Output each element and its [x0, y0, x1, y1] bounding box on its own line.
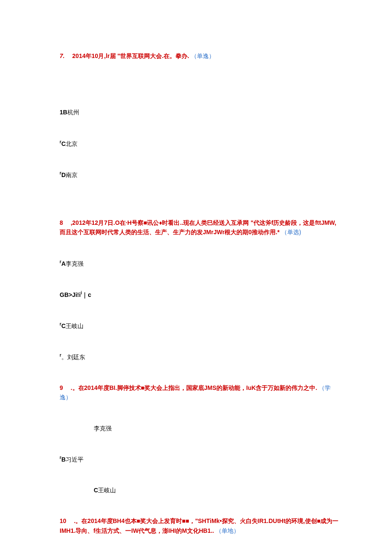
opt-text: 王岐山: [66, 322, 84, 329]
opt-label: D: [61, 171, 66, 178]
q8-option-c[interactable]: rC王岐山: [60, 321, 341, 331]
q8-option-b[interactable]: GB>Ji!ii｜c: [60, 290, 341, 299]
q7-text: 2014年10月,lr届 "世界互联网大会.在。拳办.: [72, 52, 189, 59]
opt-label: A: [61, 260, 66, 267]
q7-option-d[interactable]: rD南京: [60, 170, 341, 180]
q8-option-a[interactable]: rA李克强: [60, 259, 341, 268]
q7-type: （单逸）: [191, 52, 215, 59]
opt-text: 杭州: [67, 109, 79, 116]
q9-number: 9: [60, 384, 63, 391]
q9-option-c[interactable]: C王岐山: [94, 485, 341, 495]
opt-label: C: [61, 140, 66, 147]
opt-rest: ｜c: [82, 291, 91, 298]
q9-option-b[interactable]: rB习近平: [60, 454, 341, 464]
opt-text: 北京: [66, 140, 78, 147]
opt-text: 南京: [66, 171, 78, 178]
opt-label: GB>Ji!i: [60, 291, 81, 298]
q9-option-a[interactable]: 李克强: [94, 424, 341, 433]
q7-number: 7.: [60, 52, 65, 59]
question-9: 9 .。在2014年度BI.脚停技术■奖大会上指出，国家底JMS的新动能，IuK…: [60, 383, 341, 495]
opt-text: 李克强: [66, 260, 84, 267]
q9-stem: 9 .。在2014年度BI.脚停技术■奖大会上指出，国家底JMS的新动能，IuK…: [60, 383, 341, 402]
q9-text: .。在2014年度BI.脚停技术■奖大会上指出，国家底JMS的新动能，IuK含于…: [71, 384, 317, 391]
opt-text: 王岐山: [98, 487, 116, 494]
q7-option-c[interactable]: rC北京: [60, 139, 341, 148]
opt-label: C: [61, 322, 66, 329]
q10-type: （单地）: [216, 527, 239, 534]
q10-text: .。在2014年度BH4也本■奖大会上发育时■■，"SHTiMk•探究、火白失I…: [60, 517, 338, 534]
q7-stem: 7. 2014年10月,lr届 "世界互联网大会.在。拳办. （单逸）: [60, 51, 341, 61]
q7-option-b[interactable]: 1B杭州: [60, 108, 341, 117]
opt-text: 。刘廷东: [61, 353, 85, 360]
q8-stem: 8 ,2012年12月7日.O在·H号察■讯公♦时看出..现在人类巳经送入互承网…: [60, 218, 341, 237]
opt-label: B: [61, 456, 66, 463]
opt-label: 1B: [60, 109, 67, 116]
q10-number: 10: [60, 517, 66, 524]
q8-type: （单选): [281, 229, 301, 235]
q10-stem: 10 .。在2014年度BH4也本■奖大会上发育时■■，"SHTiMk•探究、火…: [60, 516, 341, 535]
q8-number: 8: [60, 219, 63, 226]
q8-option-d[interactable]: r。刘廷东: [60, 352, 341, 362]
opt-label: C: [94, 487, 98, 494]
question-8: 8 ,2012年12月7日.O在·H号察■讯公♦时看出..现在人类巳经送入互承网…: [60, 218, 341, 362]
question-7: 7. 2014年10月,lr届 "世界互联网大会.在。拳办. （单逸） 1B杭州…: [60, 51, 341, 180]
opt-text: 李克强: [94, 425, 112, 432]
opt-text: 习近平: [66, 456, 84, 463]
question-10: 10 .。在2014年度BH4也本■奖大会上发育时■■，"SHTiMk•探究、火…: [60, 516, 341, 555]
